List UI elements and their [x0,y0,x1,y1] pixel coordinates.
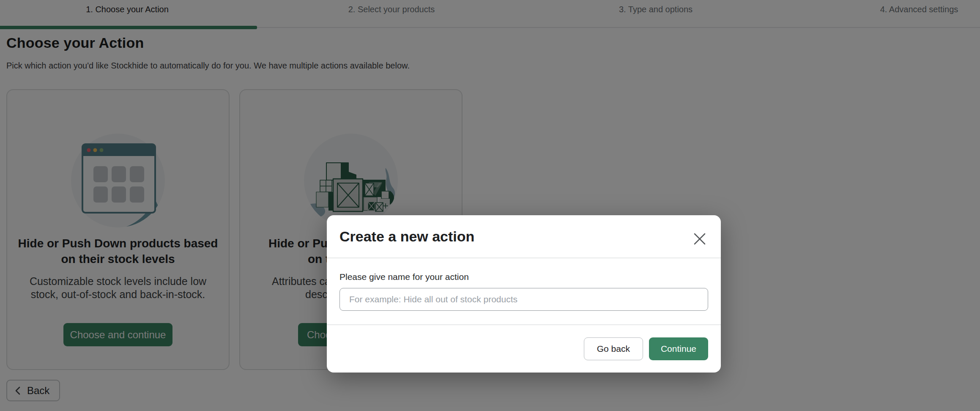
create-action-modal: Create a new action Please give name for… [327,215,721,373]
action-name-input[interactable] [339,288,708,311]
go-back-button[interactable]: Go back [584,337,643,360]
action-name-label: Please give name for your action [339,272,469,282]
modal-header: Create a new action [327,215,721,258]
close-icon[interactable] [691,230,708,247]
modal-title: Create a new action [339,228,474,245]
wizard-screen: 1. Choose your Action 2. Select your pro… [0,0,980,411]
modal-footer: Go back Continue [327,324,721,373]
continue-button[interactable]: Continue [649,337,708,360]
